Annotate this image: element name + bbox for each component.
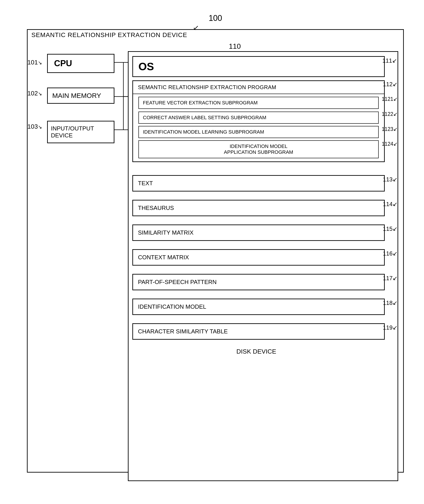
label-117: 117↙ bbox=[383, 275, 398, 282]
text-box: TEXT bbox=[132, 175, 385, 191]
program-block-title: SEMANTIC RELATIONSHIP EXTRACTION PROGRAM bbox=[133, 81, 384, 94]
ref-103: 103↘ bbox=[27, 123, 42, 130]
ref-102: 102↘ bbox=[27, 90, 42, 97]
id-model-box: IDENTIFICATION MODEL bbox=[132, 299, 385, 315]
subprogram-2: CORRECT ANSWER LABEL SETTING SUBPROGRAM bbox=[138, 112, 379, 124]
io-device-box: INPUT/OUTPUT DEVICE bbox=[47, 121, 114, 143]
disk-device-label: DISK DEVICE bbox=[128, 348, 385, 355]
label-1123: 1123↙ bbox=[382, 126, 398, 132]
main-memory-box: MAIN MEMORY bbox=[47, 88, 114, 104]
label-115: 115↙ bbox=[383, 225, 398, 232]
program-block-outer: SEMANTIC RELATIONSHIP EXTRACTION PROGRAM… bbox=[132, 80, 385, 162]
label-112: 112↙ bbox=[383, 81, 398, 88]
ref-101: 101↘ bbox=[27, 59, 42, 66]
context-matrix-box: CONTEXT MATRIX bbox=[132, 249, 385, 266]
cpu-box: CPU bbox=[47, 54, 114, 73]
label-100: 100 bbox=[209, 13, 222, 23]
label-110: 110 bbox=[229, 42, 241, 51]
outer-device-label: SEMANTIC RELATIONSHIP EXTRACTION DEVICE bbox=[31, 32, 187, 39]
label-116: 116↙ bbox=[383, 250, 398, 257]
label-113: 113↙ bbox=[383, 176, 398, 183]
label-111: 111↙ bbox=[382, 57, 397, 64]
subprogram-1: FEATURE VECTOR EXTRACTION SUBPROGRAM bbox=[138, 97, 379, 109]
label-118: 118↙ bbox=[383, 300, 398, 306]
subprogram-3: IDENTIFICATION MODEL LEARNING SUBPROGRAM bbox=[138, 126, 379, 138]
label-114: 114↙ bbox=[383, 201, 398, 208]
label-1121: 1121↙ bbox=[382, 96, 398, 102]
thesaurus-box: THESAURUS bbox=[132, 200, 385, 216]
label-119: 119↙ bbox=[383, 324, 398, 331]
pos-pattern-box: PART-OF-SPEECH PATTERN bbox=[132, 274, 385, 290]
os-box: OS bbox=[132, 56, 385, 77]
subprogram-4: IDENTIFICATION MODELAPPLICATION SUBPROGR… bbox=[138, 140, 379, 158]
char-similarity-table-box: CHARACTER SIMILARITY TABLE bbox=[132, 323, 385, 340]
label-1122: 1122↙ bbox=[382, 111, 398, 117]
similarity-matrix-box: SIMILARITY MATRIX bbox=[132, 224, 385, 241]
label-1124: 1124↙ bbox=[382, 141, 398, 147]
